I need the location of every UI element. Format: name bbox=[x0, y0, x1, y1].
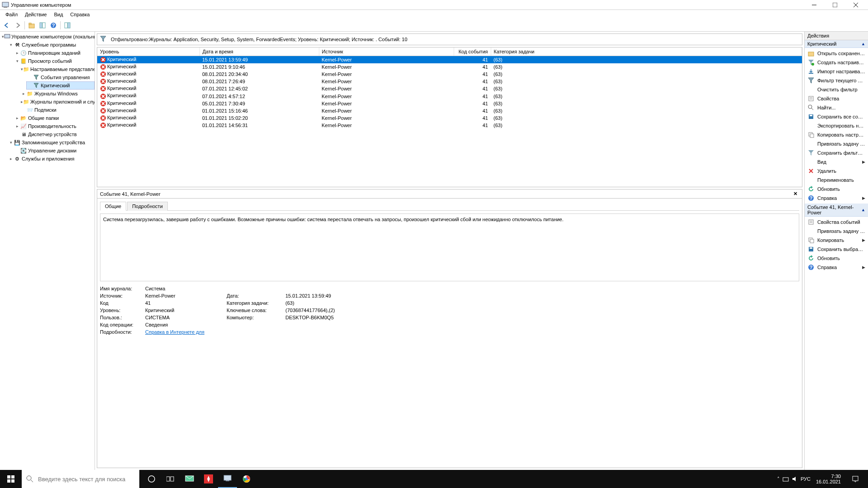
up-button[interactable] bbox=[27, 20, 37, 30]
svg-text:?: ? bbox=[52, 23, 55, 28]
collapse-icon[interactable]: ▲ bbox=[861, 208, 865, 212]
tab-details[interactable]: Подробности bbox=[127, 202, 168, 211]
tree-event-viewer[interactable]: ▾📒Просмотр событий bbox=[14, 57, 95, 65]
action-item[interactable]: ?Справка▶ bbox=[805, 194, 868, 203]
tree-custom-views[interactable]: ▾📁Настраиваемые представления bbox=[20, 65, 95, 73]
tree-performance[interactable]: ▸📈Производительность bbox=[14, 122, 95, 130]
tree-shared-folders[interactable]: ▸📂Общие папки bbox=[14, 114, 95, 122]
close-button[interactable] bbox=[845, 0, 866, 10]
tray-network-icon[interactable] bbox=[783, 476, 789, 482]
tree-services-apps[interactable]: ▸⚙Службы и приложения bbox=[7, 155, 95, 163]
error-icon bbox=[100, 93, 106, 99]
prop-value: (70368744177664),(2) bbox=[285, 308, 376, 313]
navigation-tree[interactable]: ▾ Управление компьютером (локальным) ▾🛠С… bbox=[0, 32, 95, 470]
action-item[interactable]: Привязать задачу к со... bbox=[805, 227, 868, 236]
menu-action[interactable]: Действие bbox=[21, 11, 50, 18]
tree-disk-mgmt[interactable]: 💽Управление дисками bbox=[14, 147, 95, 155]
tree-storage[interactable]: ▾💾Запоминающие устройства bbox=[7, 138, 95, 147]
event-row[interactable]: Критический15.01.2021 9:10:46Kernel-Powe… bbox=[97, 63, 802, 71]
column-level[interactable]: Уровень bbox=[97, 47, 199, 56]
event-row[interactable]: Критический01.01.2021 15:16:46Kernel-Pow… bbox=[97, 107, 802, 114]
tray-chevron-icon[interactable]: ˄ bbox=[777, 476, 780, 482]
column-code[interactable]: Код события bbox=[454, 47, 491, 56]
task-view-icon[interactable] bbox=[161, 470, 180, 488]
maximize-button[interactable] bbox=[825, 0, 845, 10]
tree-app-service-logs[interactable]: ▸📁Журналы приложений и служб bbox=[20, 98, 95, 106]
action-label: Обновить bbox=[817, 256, 840, 261]
column-category[interactable]: Категория задачи bbox=[491, 47, 802, 56]
show-hide-tree-button[interactable] bbox=[38, 20, 47, 30]
minimize-button[interactable] bbox=[804, 0, 825, 10]
action-item[interactable]: Создать настраивае... bbox=[805, 58, 868, 67]
tree-critical[interactable]: Критический bbox=[26, 81, 95, 90]
tree-windows-logs[interactable]: ▸📁Журналы Windows bbox=[20, 90, 95, 98]
action-item[interactable]: ?Справка▶ bbox=[805, 263, 868, 272]
event-row[interactable]: Критический05.01.2021 7:30:49Kernel-Powe… bbox=[97, 100, 802, 107]
action-item[interactable]: Сохранить фильтр в н... bbox=[805, 148, 868, 157]
search-input[interactable] bbox=[38, 476, 135, 483]
event-row[interactable]: Критический07.01.2021 4:57:12Kernel-Powe… bbox=[97, 92, 802, 99]
menu-view[interactable]: Вид bbox=[50, 11, 66, 18]
action-item[interactable]: Вид▶ bbox=[805, 157, 868, 166]
action-item[interactable]: Сохранить выбранны... bbox=[805, 245, 868, 254]
tree-label: Подписки bbox=[34, 107, 57, 113]
action-item[interactable]: Открыть сохраненны... bbox=[805, 49, 868, 58]
tree-subscriptions[interactable]: 📨Подписки bbox=[20, 106, 95, 114]
chrome-icon[interactable] bbox=[237, 470, 256, 488]
menu-file[interactable]: Файл bbox=[2, 11, 21, 18]
taskbar-search[interactable] bbox=[22, 470, 139, 488]
collapse-icon[interactable]: ▲ bbox=[861, 42, 865, 46]
prop-label: Подробности: bbox=[100, 329, 141, 335]
event-row[interactable]: Критический08.01.2021 20:34:40Kernel-Pow… bbox=[97, 71, 802, 78]
action-item[interactable]: Обновить bbox=[805, 185, 868, 194]
action-item[interactable]: Свойства событий bbox=[805, 218, 868, 227]
action-item[interactable]: Копировать настраив... bbox=[805, 130, 868, 139]
action-item[interactable]: Обновить bbox=[805, 254, 868, 263]
event-row[interactable]: Критический07.01.2021 12:45:02Kernel-Pow… bbox=[97, 85, 802, 92]
action-item[interactable]: Переименовать bbox=[805, 175, 868, 185]
help-icon: ? bbox=[807, 264, 815, 271]
action-item[interactable]: Экспортировать настр... bbox=[805, 121, 868, 130]
action-item[interactable]: Привязать задачу к н... bbox=[805, 139, 868, 148]
tree-admin-events[interactable]: События управления bbox=[26, 73, 95, 81]
show-hide-actions-button[interactable] bbox=[62, 20, 72, 30]
action-item[interactable]: Сохранить все событ... bbox=[805, 112, 868, 121]
action-center-icon[interactable] bbox=[846, 470, 864, 488]
event-row[interactable]: Критический15.01.2021 13:59:49Kernel-Pow… bbox=[97, 56, 802, 64]
help-button[interactable]: ? bbox=[48, 20, 58, 30]
tray-language[interactable]: РУС bbox=[801, 476, 811, 482]
online-help-link[interactable]: Справка в Интернете для bbox=[145, 329, 222, 335]
actions-section-event[interactable]: Событие 41, Kernel-Power▲ bbox=[805, 204, 868, 217]
tray-volume-icon[interactable] bbox=[792, 476, 798, 482]
forward-button[interactable] bbox=[13, 20, 23, 30]
event-row[interactable]: Критический01.01.2021 15:02:20Kernel-Pow… bbox=[97, 114, 802, 122]
column-source[interactable]: Источник bbox=[319, 47, 454, 56]
tree-root[interactable]: ▾ Управление компьютером (локальным) bbox=[1, 33, 95, 41]
details-close-button[interactable]: ✕ bbox=[792, 191, 799, 197]
menu-help[interactable]: Справка bbox=[66, 11, 93, 18]
app-icon-red[interactable] bbox=[199, 470, 218, 488]
event-row[interactable]: Критический08.01.2021 7:26:49Kernel-Powe… bbox=[97, 78, 802, 85]
mail-icon[interactable] bbox=[180, 470, 199, 488]
action-item[interactable]: Фильтр текущего наст... bbox=[805, 76, 868, 85]
tray-clock[interactable]: 7:30 16.01.2021 bbox=[813, 474, 844, 484]
action-item[interactable]: Очистить фильтр bbox=[805, 85, 868, 94]
back-button[interactable] bbox=[2, 20, 12, 30]
actions-section-critical[interactable]: Критический▲ bbox=[805, 40, 868, 48]
action-item[interactable]: Импорт настраивае... bbox=[805, 67, 868, 76]
tree-task-scheduler[interactable]: ▸🕒Планировщик заданий bbox=[14, 49, 95, 57]
compmgmt-taskbar-icon[interactable] bbox=[218, 470, 237, 488]
start-button[interactable] bbox=[0, 470, 22, 488]
action-item[interactable]: Найти... bbox=[805, 103, 868, 112]
action-item[interactable]: Копировать▶ bbox=[805, 236, 868, 245]
tree-device-manager[interactable]: 🖥Диспетчер устройств bbox=[14, 130, 95, 138]
column-date[interactable]: Дата и время bbox=[199, 47, 319, 56]
action-label: Переименовать bbox=[817, 177, 854, 183]
action-item[interactable]: Свойства bbox=[805, 94, 868, 103]
action-item[interactable]: Удалить bbox=[805, 166, 868, 175]
cortana-icon[interactable] bbox=[142, 470, 161, 488]
event-list[interactable]: Уровень Дата и время Источник Код событи… bbox=[97, 47, 802, 187]
event-row[interactable]: Критический01.01.2021 14:56:31Kernel-Pow… bbox=[97, 122, 802, 129]
tree-system-tools[interactable]: ▾🛠Служебные программы bbox=[7, 41, 95, 49]
tab-general[interactable]: Общие bbox=[100, 202, 126, 211]
